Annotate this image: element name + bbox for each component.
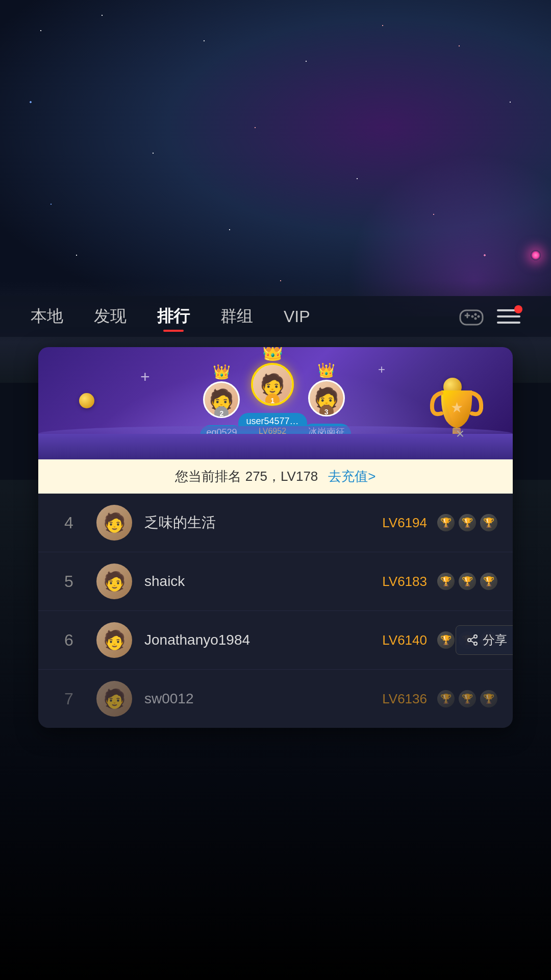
share-icon xyxy=(466,634,479,646)
rank-number-6: 6 xyxy=(54,631,84,650)
svg-point-6 xyxy=(471,315,474,318)
crown-rank2: 👑 xyxy=(213,363,231,380)
nav-tabs: 本地 发现 排行 群组 VIP xyxy=(31,305,458,328)
trophy-icon-4-2: 🏆 xyxy=(459,514,476,531)
share-button[interactable]: 分享 xyxy=(456,625,513,655)
status-bar: 您当前排名 275，LV178 去充值> xyxy=(38,459,513,494)
recharge-link[interactable]: 去充值> xyxy=(328,468,375,485)
deco-plus-1: + xyxy=(140,368,150,386)
menu-button[interactable] xyxy=(497,307,520,326)
trophy-icon-6-1: 🏆 xyxy=(437,631,455,649)
svg-point-3 xyxy=(474,313,477,316)
deco-plus-2: + xyxy=(378,362,385,377)
user-face-5: 🧑 xyxy=(103,571,126,592)
close-button[interactable]: × xyxy=(451,425,469,443)
crown-rank3: 👑 xyxy=(317,362,335,379)
user-face-4: 🧑 xyxy=(103,512,126,533)
podium-name-rank1: user54577… xyxy=(246,416,299,427)
list-item-rank7: 7 🧑 sw0012 LV6136 🏆 🏆 🏆 xyxy=(38,670,513,728)
nav-tab-vip[interactable]: VIP xyxy=(284,307,310,326)
rank-badge-3: 3 xyxy=(319,405,334,416)
notification-dot xyxy=(514,305,522,313)
user-face-6: 🧑 xyxy=(103,629,126,651)
trophy-icons-5: 🏆 🏆 🏆 xyxy=(437,573,497,590)
avatar-rank1: 🧑 1 xyxy=(251,363,294,406)
nav-tab-group[interactable]: 群组 xyxy=(220,305,253,328)
trophy-icons-7: 🏆 🏆 🏆 xyxy=(437,690,497,707)
user-avatar-5: 🧑 xyxy=(96,564,132,599)
user-level-7: LV6136 xyxy=(382,691,427,707)
user-face-7: 🧑 xyxy=(103,688,126,709)
user-name-5: shaick xyxy=(144,573,382,590)
main-card: + + xyxy=(38,347,513,728)
podium-item-rank1: 👑 🧑 1 user54577… LV6952 xyxy=(238,347,307,439)
trophy-icon-5-1: 🏆 xyxy=(437,573,455,590)
svg-point-5 xyxy=(474,317,477,320)
gamepad-icon[interactable] xyxy=(458,306,485,327)
svg-point-4 xyxy=(478,315,480,318)
user-level-6: LV6140 xyxy=(382,632,427,648)
share-label: 分享 xyxy=(483,632,507,648)
trophy-icon-7-3: 🏆 xyxy=(480,690,497,707)
user-name-6: Jonathanyo1984 xyxy=(144,632,382,648)
menu-line-2 xyxy=(497,315,520,317)
nav-icons xyxy=(458,306,520,327)
avatar-rank3: 🧑 3 xyxy=(308,380,345,416)
rank-badge-2: 2 xyxy=(214,406,229,418)
sky-background xyxy=(0,0,551,316)
list-item-rank5: 5 🧑 shaick LV6183 🏆 🏆 🏆 xyxy=(38,552,513,611)
rank-number-7: 7 xyxy=(54,690,84,708)
user-level-5: LV6183 xyxy=(382,574,427,590)
list-item-rank6: 6 🧑 Jonathanyo1984 LV6140 🏆 🏆 🏆 xyxy=(38,611,513,670)
trophy-icon-5-3: 🏆 xyxy=(480,573,497,590)
list-section: 4 🧑 乏味的生活 LV6194 🏆 🏆 🏆 5 🧑 shaick xyxy=(38,494,513,728)
user-name-4: 乏味的生活 xyxy=(144,513,382,532)
avatar-rank2: 🧑 2 xyxy=(203,381,240,418)
trophy-icon-4-1: 🏆 xyxy=(437,514,455,531)
status-text: 您当前排名 275，LV178 xyxy=(175,468,318,485)
trophy-icon-7-2: 🏆 xyxy=(459,690,476,707)
background: 本地 发现 排行 群组 VIP xyxy=(0,0,551,980)
user-avatar-7: 🧑 xyxy=(96,681,132,717)
nav-tab-local[interactable]: 本地 xyxy=(31,305,63,328)
nav-tab-rank[interactable]: 排行 xyxy=(157,305,190,328)
menu-line-3 xyxy=(497,322,520,324)
svg-text:★: ★ xyxy=(450,400,463,415)
avatar-face-rank1: 🧑 xyxy=(260,373,285,397)
trophy-icon-7-1: 🏆 xyxy=(437,690,455,707)
coin-left xyxy=(79,393,94,408)
platform xyxy=(38,434,513,459)
trophy-icon-5-2: 🏆 xyxy=(459,573,476,590)
user-name-7: sw0012 xyxy=(144,691,382,707)
user-level-4: LV6194 xyxy=(382,515,427,531)
trophy-icon-4-3: 🏆 xyxy=(480,514,497,531)
list-item-rank4: 4 🧑 乏味的生活 LV6194 🏆 🏆 🏆 xyxy=(38,494,513,552)
rank-number-4: 4 xyxy=(54,513,84,532)
nav-tab-discover[interactable]: 发现 xyxy=(94,305,127,328)
user-avatar-6: 🧑 xyxy=(96,622,132,658)
nav-bar: 本地 发现 排行 群组 VIP xyxy=(0,296,551,337)
crown-rank1: 👑 xyxy=(261,347,284,362)
user-avatar-4: 🧑 xyxy=(96,505,132,541)
hero-section: + + xyxy=(38,347,513,459)
pink-star xyxy=(531,250,541,260)
rank-badge-1: 1 xyxy=(265,394,280,406)
rank-number-5: 5 xyxy=(54,572,84,591)
trophy-icons-4: 🏆 🏆 🏆 xyxy=(437,514,497,531)
